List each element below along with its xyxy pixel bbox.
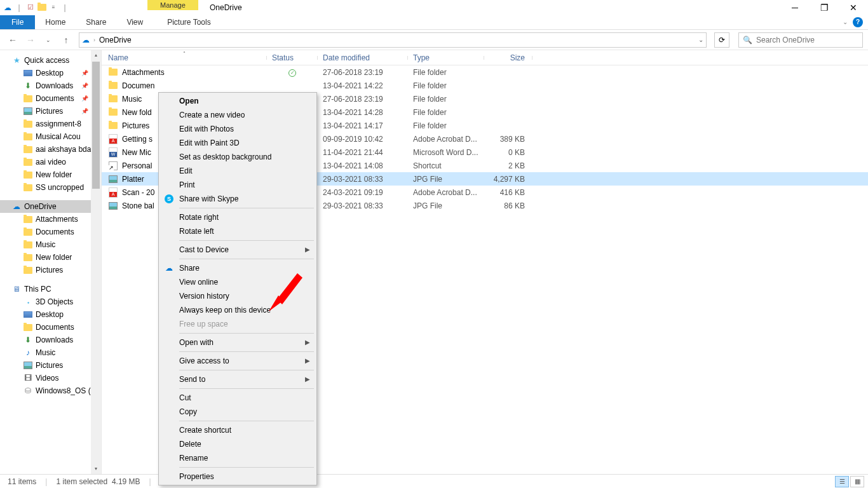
refresh-button[interactable]: ⟳: [714, 32, 729, 48]
menu-item[interactable]: Set as desktop background: [160, 150, 315, 164]
menu-item[interactable]: Cut: [160, 391, 315, 405]
maximize-button[interactable]: ❐: [810, 0, 839, 15]
col-date[interactable]: Date modified: [318, 53, 408, 62]
ribbon-expand-icon[interactable]: ⌄: [843, 18, 848, 25]
help-icon[interactable]: ?: [853, 17, 863, 27]
sidebar-item[interactable]: aai akshaya bday: [0, 143, 101, 156]
sidebar-item[interactable]: Documents 📌: [0, 92, 101, 105]
ribbon-tab[interactable]: Share: [76, 15, 116, 29]
sidebar-item[interactable]: SS uncropped: [0, 181, 101, 194]
sidebar-item[interactable]: Music: [0, 238, 101, 251]
menu-item[interactable]: Edit with Photos: [160, 122, 315, 136]
sidebar-item[interactable]: Desktop 📌: [0, 67, 101, 79]
details-view-button[interactable]: ☰: [835, 476, 849, 487]
col-status[interactable]: Status: [267, 53, 318, 62]
menu-item[interactable]: Always keep on this device: [160, 303, 315, 317]
menu-item[interactable]: Rotate right: [160, 210, 315, 224]
menu-item[interactable]: Version history: [160, 289, 315, 303]
menu-item[interactable]: View online: [160, 275, 315, 289]
sidebar-item[interactable]: ♪ Music: [0, 346, 101, 359]
sidebar-item[interactable]: New folder: [0, 251, 101, 264]
file-tab[interactable]: File: [0, 15, 35, 29]
sidebar-item[interactable]: Attachments: [0, 213, 101, 226]
menu-item[interactable]: Rotate left: [160, 224, 315, 238]
onedrive-root[interactable]: ☁ OneDrive: [0, 200, 101, 213]
quick-access[interactable]: ★ Quick access: [0, 54, 101, 67]
sidebar-item[interactable]: Documents: [0, 321, 101, 334]
menu-label: Copy: [179, 407, 197, 416]
menu-label: Rotate left: [179, 227, 214, 236]
manage-tab[interactable]: Manage: [147, 0, 198, 10]
ribbon-tab[interactable]: Picture Tools: [157, 15, 220, 29]
sidebar-item[interactable]: Pictures: [0, 264, 101, 276]
up-button[interactable]: ↑: [58, 32, 74, 48]
menu-item[interactable]: Edit: [160, 164, 315, 178]
sidebar-item[interactable]: ⬇ Downloads: [0, 334, 101, 346]
forward-button[interactable]: →: [23, 32, 38, 48]
menu-item[interactable]: Rename: [160, 451, 315, 465]
sidebar-item[interactable]: aai video: [0, 156, 101, 168]
sidebar-item[interactable]: Pictures 📌: [0, 105, 101, 118]
sidebar-item[interactable]: ⛁ Windows8_OS (C: [0, 384, 101, 397]
thumbnails-view-button[interactable]: ▦: [850, 476, 864, 487]
ribbon-tab[interactable]: Home: [35, 15, 76, 29]
tree-label: This PC: [24, 285, 51, 294]
menu-separator: [179, 421, 314, 421]
menu-item[interactable]: Create a new video: [160, 108, 315, 122]
menu-item[interactable]: Edit with Paint 3D: [160, 136, 315, 150]
menu-item[interactable]: Create shortcut: [160, 423, 315, 437]
col-type[interactable]: Type: [408, 53, 484, 62]
search-input[interactable]: [756, 36, 858, 44]
qat-newfolder-icon[interactable]: [37, 3, 47, 13]
col-name[interactable]: Name˄: [102, 53, 267, 62]
sidebar-item[interactable]: Desktop: [0, 308, 101, 321]
skype-icon: S: [164, 194, 174, 204]
address-dropdown-icon[interactable]: ⌄: [698, 36, 703, 43]
menu-item[interactable]: ☁Share: [160, 261, 315, 275]
back-button[interactable]: ←: [5, 32, 20, 48]
menu-item[interactable]: Give access to ▶: [160, 354, 315, 368]
file-name: Stone bal: [122, 201, 154, 210]
scroll-down-icon[interactable]: ▾: [91, 464, 101, 474]
file-row[interactable]: Documen 13-04-2021 14:22 File folder: [102, 79, 868, 92]
sidebar-item[interactable]: 🎞 Videos: [0, 372, 101, 384]
sidebar-item[interactable]: Musical Acou: [0, 130, 101, 143]
address-bar[interactable]: ☁ › OneDrive ⌄: [79, 32, 707, 48]
close-button[interactable]: ✕: [839, 0, 868, 15]
breadcrumb[interactable]: OneDrive: [99, 36, 132, 44]
col-size[interactable]: Size: [484, 53, 532, 62]
item-icon: ⬇: [23, 335, 33, 345]
menu-item[interactable]: Cast to Device ▶: [160, 243, 315, 257]
sidebar-scrollbar[interactable]: ▴ ▾: [91, 50, 101, 474]
tree-label: Attachments: [36, 215, 78, 224]
menu-item[interactable]: Delete: [160, 437, 315, 451]
minimize-button[interactable]: ─: [780, 0, 810, 15]
recent-dropdown-icon[interactable]: ⌄: [41, 32, 56, 48]
sidebar-item[interactable]: ⬩ 3D Objects: [0, 295, 101, 308]
qat-properties-icon[interactable]: ☑: [25, 3, 36, 13]
sidebar-item[interactable]: Documents: [0, 226, 101, 238]
submenu-arrow-icon: ▶: [305, 376, 310, 383]
menu-label: Create shortcut: [179, 426, 231, 435]
item-icon: [23, 106, 33, 116]
menu-item[interactable]: Print: [160, 178, 315, 192]
menu-item[interactable]: Open with ▶: [160, 336, 315, 349]
scroll-up-icon[interactable]: ▴: [91, 50, 101, 60]
sidebar-item[interactable]: assignment-8: [0, 118, 101, 130]
menu-label: Version history: [179, 292, 229, 301]
menu-item[interactable]: Properties: [160, 470, 315, 484]
file-row[interactable]: Attachments ✓ 27-06-2018 23:19 File fold…: [102, 65, 868, 79]
scroll-thumb[interactable]: [92, 62, 100, 189]
menu-item[interactable]: Copy: [160, 405, 315, 419]
sidebar-item[interactable]: New folder: [0, 168, 101, 181]
this-pc[interactable]: 🖥 This PC: [0, 283, 101, 295]
qat-dropdown-icon[interactable]: ≡: [48, 3, 58, 13]
file-size: 416 KB: [484, 188, 532, 197]
search-box[interactable]: 🔍: [738, 32, 863, 48]
menu-item[interactable]: SShare with Skype: [160, 192, 315, 206]
ribbon-tab[interactable]: View: [116, 15, 153, 29]
menu-item[interactable]: Send to ▶: [160, 372, 315, 386]
sidebar-item[interactable]: ⬇ Downloads 📌: [0, 79, 101, 92]
sidebar-item[interactable]: Pictures: [0, 359, 101, 372]
menu-item[interactable]: Open: [160, 94, 315, 108]
